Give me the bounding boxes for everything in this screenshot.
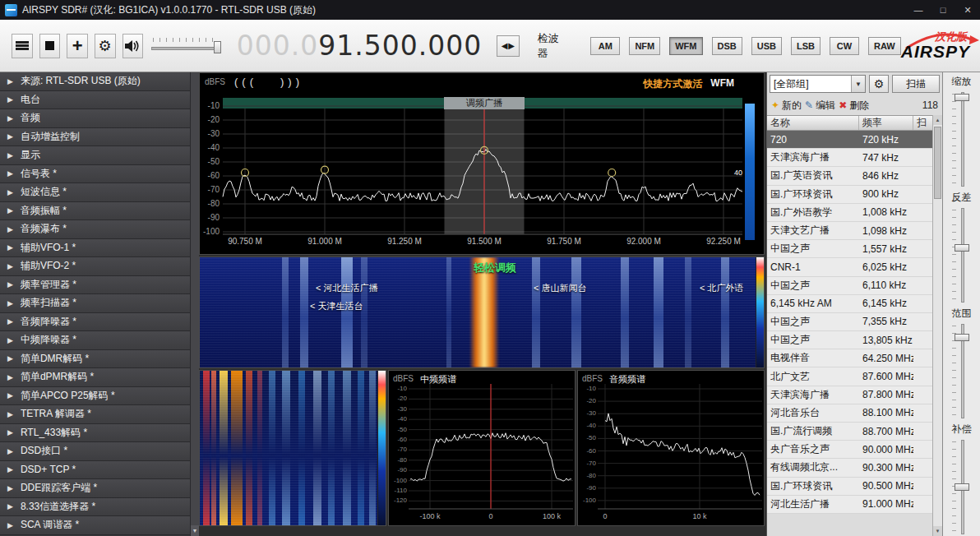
maximize-button[interactable]: □ [931, 0, 955, 20]
sidebar-item-1[interactable]: ▶电台 [0, 91, 199, 110]
sidebar-item-5[interactable]: ▶信号表 * [0, 165, 199, 184]
tune-step-buttons[interactable]: ◀ ▶ [497, 35, 519, 57]
mode-button-usb[interactable]: USB [751, 37, 782, 55]
table-row[interactable]: 北广文艺87.600 MHz [767, 367, 932, 386]
table-row[interactable]: CNR-16,025 kHz [767, 258, 932, 276]
sidebar-item-18[interactable]: ▶TETRA 解调器 * [0, 405, 199, 424]
sidebar-item-20[interactable]: ▶DSD接口 * [0, 442, 199, 461]
table-row[interactable]: 天津文艺广播1,098 kHz [767, 222, 932, 240]
zoomed-waterfall-display[interactable] [199, 370, 386, 526]
table-scrollbar[interactable]: ▲ ▼ [932, 115, 942, 536]
slider-handle[interactable] [955, 334, 969, 341]
table-row[interactable]: 6,145 kHz AM6,145 kHz [767, 295, 932, 313]
mute-button[interactable] [122, 34, 144, 58]
scroll-up-icon[interactable]: ▲ [933, 115, 942, 125]
mode-button-lsb[interactable]: LSB [791, 37, 821, 55]
table-row[interactable]: 中国之声7,355 kHz [767, 313, 932, 331]
tune-left-icon[interactable]: ◀ [502, 41, 508, 50]
table-row[interactable]: 有线调频北京...90.300 MHz [767, 459, 932, 477]
chevron-down-icon[interactable]: ▼ [851, 76, 865, 92]
vertical-slider[interactable] [954, 208, 970, 303]
sidebar-item-19[interactable]: ▶RTL_433解码 * [0, 424, 199, 443]
sidebar-item-16[interactable]: ▶简单dPMR解码 * [0, 368, 199, 387]
vertical-slider[interactable] [954, 92, 970, 187]
close-button[interactable]: ✕ [955, 0, 980, 20]
scan-button[interactable]: 扫描 [892, 75, 940, 93]
table-row[interactable]: 中国之声1,557 kHz [767, 240, 932, 258]
table-row[interactable]: 中国之声13,805 kHz [767, 331, 932, 349]
sidebar-item-13[interactable]: ▶音频降噪器 * [0, 313, 199, 332]
stop-button[interactable] [39, 34, 61, 58]
scroll-down-icon[interactable]: ▼ [933, 526, 942, 536]
table-row[interactable]: 天津滨海广播87.800 MHz [767, 386, 932, 404]
sidebar-item-label: 来源: RTL-SDR USB (原始) [21, 74, 141, 88]
sidebar-item-12[interactable]: ▶频率扫描器 * [0, 294, 199, 313]
sidebar-scrollbar[interactable]: ▼ [190, 72, 199, 536]
mode-button-cw[interactable]: CW [830, 37, 859, 55]
sidebar-item-0[interactable]: ▶来源: RTL-SDR USB (原始) [0, 72, 199, 91]
sidebar-item-11[interactable]: ▶频率管理器 * [0, 276, 199, 295]
mode-button-wfm[interactable]: WFM [669, 37, 702, 55]
mode-button-nfm[interactable]: NFM [629, 37, 660, 55]
sidebar-item-4[interactable]: ▶显示 [0, 146, 199, 165]
sidebar-item-15[interactable]: ▶简单DMR解码 * [0, 350, 199, 369]
table-row[interactable]: 国.广环球资讯900 kHz [767, 186, 932, 204]
sidebar-item-24[interactable]: ▶SCA 调谐器 * [0, 516, 199, 535]
sidebar-item-8[interactable]: ▶音频瀑布 * [0, 220, 199, 239]
settings-button[interactable]: ⚙ [95, 34, 116, 58]
sidebar-item-22[interactable]: ▶DDE跟踪客户端 * [0, 479, 199, 498]
slider-handle[interactable] [955, 94, 969, 101]
table-row[interactable]: 720720 kHz [767, 131, 932, 149]
add-button[interactable]: + [67, 34, 88, 58]
sidebar-item-14[interactable]: ▶中频降噪器 * [0, 331, 199, 350]
table-row[interactable]: 电视伴音64.250 MHz [767, 349, 932, 367]
table-row[interactable]: 国.广外语教学1,008 kHz [767, 204, 932, 222]
spectrum-display[interactable]: dBFS ((( ))) 快捷方式激活 WFM 调频广播 40 -10-20-3… [199, 72, 765, 255]
sidebar-item-2[interactable]: ▶音频 [0, 109, 199, 128]
scroll-down-icon[interactable]: ▼ [191, 525, 199, 536]
column-header-1[interactable]: 频率 [859, 116, 913, 130]
volume-slider[interactable] [151, 37, 215, 55]
vertical-slider[interactable] [954, 324, 970, 418]
volume-handle[interactable] [214, 41, 221, 53]
delete-entry-button[interactable]: ✖ 删除 [839, 99, 869, 113]
slider-handle[interactable] [955, 483, 969, 491]
edit-entry-button[interactable]: ✎ 编辑 [805, 99, 835, 113]
manager-settings-button[interactable]: ⚙ [869, 75, 889, 93]
table-row[interactable]: 天津滨海广播747 kHz [767, 149, 932, 167]
table-row[interactable]: 央广音乐之声90.000 MHz [767, 441, 932, 459]
table-row[interactable]: 国.广环球资讯90.500 MHz [767, 478, 932, 496]
sidebar-item-17[interactable]: ▶简单APCO P25解码 * [0, 387, 199, 406]
waterfall-display[interactable]: < 河北生活广播< 天津生活台< 唐山新闻台< 北广外语轻松调频 [199, 256, 765, 368]
sidebar-item-10[interactable]: ▶辅助VFO-2 * [0, 257, 199, 276]
column-header-0[interactable]: 名称 [767, 116, 859, 130]
sidebar-item-21[interactable]: ▶DSD+ TCP * [0, 461, 199, 480]
row-frequency: 91.000 MHz [859, 498, 913, 510]
table-row[interactable]: 河北音乐台88.100 MHz [767, 404, 932, 423]
group-select[interactable]: [全部组] ▼ [770, 75, 866, 93]
sidebar-item-9[interactable]: ▶辅助VFO-1 * [0, 239, 199, 258]
sidebar-item-6[interactable]: ▶短波信息 * [0, 183, 199, 202]
minimize-button[interactable]: — [906, 0, 931, 20]
mode-button-dsb[interactable]: DSB [712, 37, 742, 55]
new-entry-button[interactable]: ✦ 新的 [771, 99, 802, 113]
mode-button-raw[interactable]: RAW [868, 37, 901, 55]
table-row[interactable]: 河北生活广播91.000 MHz [767, 496, 932, 514]
sidebar-item-23[interactable]: ▶8.33信道选择器 * [0, 498, 199, 517]
scrollbar-thumb[interactable] [934, 127, 941, 199]
table-row[interactable]: 国.广英语资讯846 kHz [767, 167, 932, 185]
tune-right-icon[interactable]: ▶ [508, 41, 515, 50]
frequency-display[interactable]: 000.091.500.000 [237, 30, 482, 62]
entry-count: 118 [922, 99, 938, 111]
menu-button[interactable] [12, 34, 33, 58]
table-row[interactable]: 国.广流行调频88.700 MHz [767, 423, 932, 441]
y-axis-label: -110 [389, 487, 407, 494]
mode-button-am[interactable]: AM [590, 37, 620, 55]
frequency-leading-zeros: 000.0 [237, 30, 318, 62]
table-row[interactable]: 中国之声6,110 kHz [767, 277, 932, 295]
column-header-2[interactable]: 扫 [913, 116, 932, 130]
sidebar-item-7[interactable]: ▶音频振幅 * [0, 202, 199, 221]
vertical-slider[interactable] [954, 440, 970, 534]
slider-handle[interactable] [955, 244, 969, 252]
sidebar-item-3[interactable]: ▶自动增益控制 [0, 128, 199, 147]
